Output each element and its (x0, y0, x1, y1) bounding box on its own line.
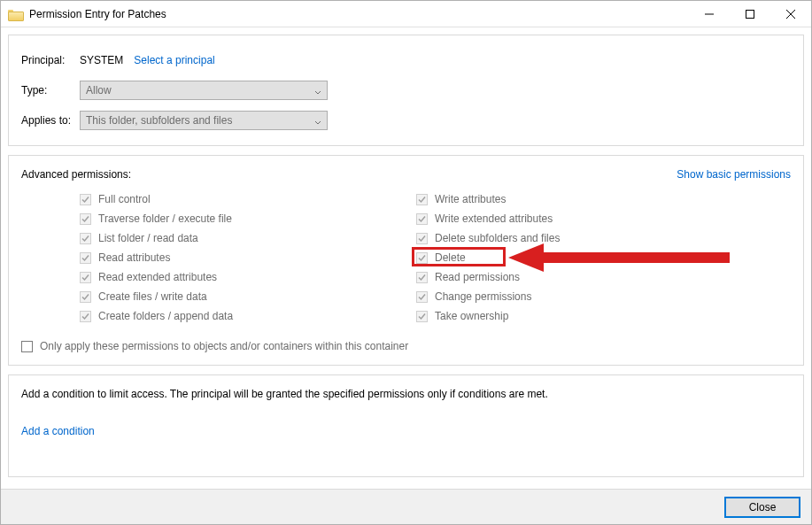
perm-label: Delete (435, 251, 466, 264)
arrow-annotation (508, 251, 739, 265)
perm-label: Write attributes (435, 193, 506, 205)
perm-create-files[interactable]: Create files / write data (80, 287, 398, 306)
select-principal-link[interactable]: Select a principal (134, 54, 214, 66)
window-title: Permission Entry for Patches (29, 8, 166, 20)
perm-label: Create files / write data (98, 290, 207, 303)
show-basic-permissions-link[interactable]: Show basic permissions (677, 168, 791, 181)
perm-read-permissions[interactable]: Read permissions (416, 267, 735, 287)
checkbox-checked-icon (416, 311, 428, 322)
close-button[interactable]: Close (724, 497, 800, 518)
conditions-panel: Add a condition to limit access. The pri… (8, 374, 804, 477)
close-button-label: Close (749, 501, 777, 513)
perm-label: List folder / read data (98, 232, 198, 244)
principal-panel: Principal: SYSTEM Select a principal Typ… (8, 35, 804, 146)
perm-read-attributes[interactable]: Read attributes (80, 248, 398, 267)
applies-dropdown[interactable]: This folder, subfolders and files (80, 111, 328, 130)
perm-delete[interactable]: Delete (416, 248, 735, 267)
chevron-down-icon (314, 117, 321, 124)
minimize-icon (705, 10, 714, 19)
perm-label: Full control (98, 193, 151, 205)
applies-label: Applies to: (21, 114, 80, 127)
perm-label: Read extended attributes (98, 271, 217, 283)
perm-label: Read attributes (98, 251, 170, 264)
conditions-text: Add a condition to limit access. The pri… (21, 388, 791, 400)
perm-read-extended-attributes[interactable]: Read extended attributes (80, 267, 398, 287)
close-icon (786, 10, 795, 19)
advanced-permissions-title: Advanced permissions: (21, 168, 131, 181)
perm-full-control[interactable]: Full control (80, 189, 398, 209)
perm-take-ownership[interactable]: Take ownership (416, 306, 735, 326)
type-label: Type: (21, 84, 80, 97)
perm-label: Traverse folder / execute file (98, 212, 232, 225)
checkbox-checked-icon (80, 213, 91, 225)
type-dropdown[interactable]: Allow (80, 81, 328, 100)
perm-label: Create folders / append data (98, 310, 233, 322)
button-bar: Close (1, 489, 811, 524)
perm-list-folder[interactable]: List folder / read data (80, 228, 398, 248)
perm-write-extended-attributes[interactable]: Write extended attributes (416, 209, 735, 228)
checkbox-checked-icon (80, 194, 91, 205)
perm-label: Change permissions (435, 290, 531, 303)
maximize-icon (746, 10, 754, 19)
applies-row: Applies to: This folder, subfolders and … (21, 108, 791, 133)
perm-label: Take ownership (435, 310, 508, 322)
checkbox-checked-icon (416, 194, 428, 205)
perm-write-attributes[interactable]: Write attributes (416, 189, 735, 209)
permissions-column-1: Full control Traverse folder / execute f… (80, 189, 398, 326)
folder-icon (8, 8, 22, 19)
checkbox-checked-icon (80, 311, 91, 322)
perm-traverse-folder[interactable]: Traverse folder / execute file (80, 209, 398, 228)
chevron-down-icon (314, 87, 321, 94)
principal-label: Principal: (21, 54, 80, 66)
only-apply-row[interactable]: Only apply these permissions to objects … (21, 340, 791, 352)
checkbox-unchecked-icon (21, 341, 33, 352)
checkbox-checked-icon (80, 252, 91, 264)
checkbox-checked-icon (416, 291, 428, 303)
maximize-button[interactable] (730, 1, 770, 27)
checkbox-checked-icon (416, 252, 428, 264)
type-row: Type: Allow (21, 78, 791, 103)
permissions-column-2: Write attributes Write extended attribut… (416, 189, 735, 326)
perm-label: Read permissions (435, 271, 520, 283)
advanced-permissions-panel: Advanced permissions: Show basic permiss… (8, 155, 804, 366)
perm-change-permissions[interactable]: Change permissions (416, 287, 735, 306)
perm-delete-subfolders[interactable]: Delete subfolders and files (416, 228, 735, 248)
checkbox-checked-icon (416, 233, 428, 244)
minimize-button[interactable] (689, 1, 730, 27)
perm-create-folders[interactable]: Create folders / append data (80, 306, 398, 326)
principal-row: Principal: SYSTEM Select a principal (21, 48, 791, 73)
principal-value: SYSTEM (80, 54, 123, 66)
perm-label: Delete subfolders and files (435, 232, 560, 244)
checkbox-checked-icon (80, 291, 91, 303)
checkbox-checked-icon (80, 233, 91, 244)
perm-label: Write extended attributes (435, 212, 553, 225)
window-controls (689, 1, 811, 27)
checkbox-checked-icon (80, 272, 91, 283)
only-apply-label: Only apply these permissions to objects … (40, 340, 408, 352)
close-window-button[interactable] (770, 1, 811, 27)
applies-dropdown-value: This folder, subfolders and files (86, 114, 232, 127)
add-condition-link[interactable]: Add a condition (21, 425, 95, 437)
title-bar: Permission Entry for Patches (1, 1, 811, 27)
checkbox-checked-icon (416, 272, 428, 283)
checkbox-checked-icon (416, 213, 428, 225)
svg-rect-0 (746, 10, 754, 18)
type-dropdown-value: Allow (86, 84, 112, 97)
